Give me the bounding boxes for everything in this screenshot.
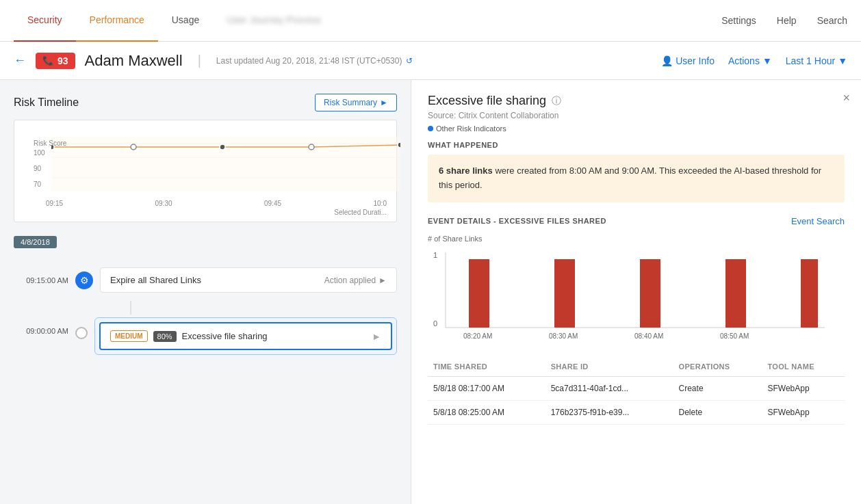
risk-summary-label: Risk Summary [324,98,377,107]
event-details-header: EVENT DETAILS - EXCESSIVE FILES SHARED E… [428,216,845,226]
source-line: Source: Citrix Content Collaboration [428,111,845,120]
severity-badge: MEDIUM [110,330,148,342]
user-icon: 👤 [661,55,673,66]
excessive-sharing-title: Excessive file sharing [182,331,367,341]
risk-chart-svg [51,137,400,198]
nav-user-journey[interactable]: User Journey Process [213,0,335,42]
svg-text:08:20 AM: 08:20 AM [463,332,492,340]
search-link[interactable]: Search [817,15,847,26]
chart-x-labels: 09:15 09:30 09:45 10:0 [46,200,387,207]
settings-link[interactable]: Settings [721,15,756,26]
panel-title: Excessive file sharing ⓘ [428,94,845,108]
x-label-3: 09:45 [264,200,281,207]
svg-text:08:40 AM: 08:40 AM [634,332,663,340]
svg-rect-17 [640,259,660,328]
action-applied-status: Action applied ► [324,276,387,285]
svg-rect-13 [469,259,489,328]
col-operations: OPERATIONS [673,357,762,377]
main-layout: Risk Timeline Risk Summary ► Risk Score … [0,80,861,504]
col-share-id: SHARE ID [545,357,673,377]
svg-point-6 [220,144,225,150]
right-panel: × Excessive file sharing ⓘ Source: Citri… [411,80,861,504]
help-link[interactable]: Help [777,15,797,26]
row2-operations: Delete [673,400,762,424]
row2-time: 5/8/18 08:25:00 AM [428,400,545,424]
event-time-2: 09:00:00 AM [14,327,68,335]
chart-y-label: Risk Score [34,140,66,147]
excessive-sharing-card[interactable]: MEDIUM 80% Excessive file sharing ► [99,322,392,350]
circle-icon [75,327,88,339]
risk-timeline-header: Risk Timeline Risk Summary ► [14,94,397,111]
svg-point-5 [131,144,136,150]
excessive-sharing-event: 09:00:00 AM MEDIUM 80% Excessive file sh… [14,317,397,355]
risk-chart: Risk Score 100 90 70 [14,120,397,222]
indicator-dot [428,126,433,131]
risk-badge: 📞 93 [36,53,75,69]
risk-timeline-title: Risk Timeline [14,96,79,109]
expire-links-title: Expire all Shared Links [110,275,201,285]
close-button[interactable]: × [843,91,850,105]
event-time-1: 09:15:00 AM [14,276,68,284]
y-tick-90: 90 [34,165,45,172]
what-happened-box: 6 share links were created from 8:00 AM … [428,155,845,202]
svg-text:08:50 AM: 08:50 AM [720,332,749,340]
last-updated: Last updated Aug 20, 2018, 21:48 IST (UT… [216,56,413,66]
row1-share-id: 5ca7d311-40af-1cd... [545,376,673,400]
top-nav: Security Performance Usage User Journey … [0,0,861,42]
expire-links-event: 09:15:00 AM ⚙ Expire all Shared Links Ac… [14,267,397,293]
nav-performance[interactable]: Performance [76,0,158,42]
risk-summary-button[interactable]: Risk Summary ► [315,94,397,111]
actions-button[interactable]: Actions ▼ [728,55,772,66]
col-time-shared: TIME SHARED [428,357,545,377]
header-bar: ← 📞 93 Adam Maxwell | Last updated Aug 2… [0,42,861,80]
nav-right: Settings Help Search [721,15,847,26]
gear-icon: ⚙ [75,271,93,289]
svg-point-7 [309,144,314,150]
header-right: 👤 User Info Actions ▼ Last 1 Hour ▼ [661,55,847,66]
col-tool-name: TOOL NAME [762,357,845,377]
bar-chart: # of Share Links 1 0 08:20 AM 08:30 AM 0… [428,235,845,343]
svg-point-8 [398,142,400,148]
panel-title-text: Excessive file sharing [428,94,546,108]
share-links-count: 6 share links [439,165,493,176]
row2-tool: SFWebApp [762,400,845,424]
nav-links: Security Performance Usage User Journey … [14,0,721,42]
table-row: 5/8/18 08:17:00 AM 5ca7d311-40af-1cd... … [428,376,845,400]
table-row: 5/8/18 08:25:00 AM 176b2375-f91b-e39... … [428,400,845,424]
chevron-down-icon-2: ▼ [838,55,847,66]
chevron-right-icon-3: ► [372,331,381,342]
event-details-title: EVENT DETAILS - EXCESSIVE FILES SHARED [428,217,606,225]
expire-links-card[interactable]: Expire all Shared Links Action applied ► [100,267,397,293]
score-badge: 80% [153,331,177,342]
y-tick-100: 100 [34,149,45,157]
event-inner-row: MEDIUM 80% Excessive file sharing ► [110,330,381,342]
date-badge: 4/8/2018 [14,236,57,248]
row1-time: 5/8/18 08:17:00 AM [428,376,545,400]
indicator-badge: Other Risk Indicators [428,124,506,133]
svg-rect-21 [801,259,818,328]
actions-label: Actions [728,55,760,66]
bar-chart-y-label: # of Share Links [428,235,845,243]
svg-text:0: 0 [433,319,437,328]
info-icon[interactable]: ⓘ [552,95,561,107]
badge-count: 93 [57,55,68,66]
chevron-right-icon: ► [380,98,388,107]
user-info-button[interactable]: 👤 User Info [661,55,715,66]
x-label-4: 10:0 [374,200,387,207]
svg-rect-15 [554,259,575,328]
event-search-link[interactable]: Event Search [791,216,845,226]
bar-chart-svg: 1 0 08:20 AM 08:30 AM 08:40 AM 08:50 AM [428,246,825,341]
refresh-icon[interactable]: ↺ [406,56,413,66]
separator: | [198,53,201,68]
user-info-label: User Info [676,55,715,66]
y-tick-70: 70 [34,181,45,188]
indicator-label: Other Risk Indicators [436,124,506,133]
time-filter-label: Last 1 Hour [786,55,835,66]
time-filter-button[interactable]: Last 1 Hour ▼ [786,55,847,66]
chevron-right-icon-2: ► [378,276,387,285]
nav-usage[interactable]: Usage [158,0,213,42]
svg-rect-3 [51,137,400,191]
x-label-1: 09:15 [46,200,63,207]
back-button[interactable]: ← [14,53,26,68]
nav-security[interactable]: Security [14,0,76,42]
